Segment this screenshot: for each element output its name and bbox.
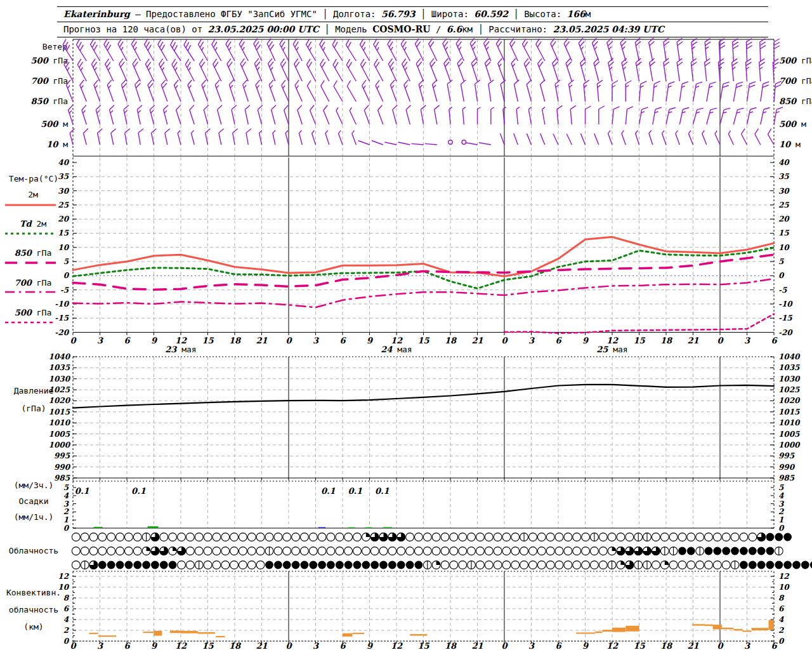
wind-barb-icon: [666, 81, 675, 102]
wind-barb-icon: [169, 39, 186, 61]
cloud-cover-icon: [81, 561, 89, 569]
conv-ytick-label-left: 2: [63, 626, 70, 635]
wind-barb-icon: [398, 142, 410, 145]
temp-ytick-label-right: 35: [778, 172, 789, 181]
precip-ytick-label-left: 4: [63, 491, 69, 500]
wind-barb-icon: [429, 58, 442, 81]
pressure-ytick-label-left: 1015: [49, 408, 70, 416]
cloud-cover-icon: [221, 561, 230, 569]
cloud-cover-icon: [520, 533, 528, 541]
wind-barb-icon: [475, 80, 483, 102]
temp-xtick-label: 6: [339, 336, 346, 345]
conv-xtick-label: 9: [367, 641, 374, 650]
cloud-cover-icon: [336, 547, 344, 555]
cloud-cover-icon: [415, 561, 423, 569]
wind-barb-icon: [653, 81, 660, 102]
wind-barb-icon: [270, 105, 280, 124]
conv-xtick-label: 21: [471, 641, 483, 650]
cloud-cover-icon: [766, 533, 775, 541]
temp-legend-label-1: Td 2м: [20, 219, 46, 229]
cloud-cover-icon: [274, 561, 282, 569]
precip-value-label: 0.1: [348, 486, 363, 496]
cloud-cover-icon: [247, 533, 256, 541]
cloud-cover-icon: [564, 547, 572, 555]
cloud-cover-icon: [459, 561, 467, 569]
wind-barb-icon: [549, 38, 563, 61]
cloud-cover-icon: [546, 533, 554, 541]
wind-barb-icon: [570, 105, 577, 124]
cloud-cover-icon: [783, 561, 792, 569]
wind-barb-icon: [420, 105, 429, 124]
wind-barb-icon: [500, 80, 510, 102]
wind-barb-icon: [400, 39, 415, 61]
cloud-cover-icon: [625, 561, 634, 569]
wind-barb-icon: [455, 38, 469, 61]
cloud-cover-icon: [301, 547, 309, 555]
cloud-cover-icon: [608, 533, 616, 541]
wind-barb-icon: [218, 129, 227, 145]
wind-barb-icon: [239, 58, 253, 81]
cloud-cover-icon: [230, 547, 239, 555]
cloud-cover-icon: [582, 547, 590, 555]
temp-xtick-label: 0: [717, 336, 724, 345]
wind-barb-icon: [162, 105, 173, 124]
cloud-cover-icon: [98, 561, 107, 569]
wind-barb-icon: [95, 105, 105, 124]
wind-barb-icon: [661, 131, 669, 145]
cloud-cover-icon: [441, 561, 449, 569]
pressure-ytick-label-right: 1025: [778, 385, 800, 394]
cloud-cover-icon: [213, 533, 221, 541]
cloud-cover-icon: [502, 547, 511, 555]
wind-barb-icon: [746, 39, 752, 61]
wind-barb-icon: [110, 129, 119, 145]
cloud-cover-icon: [740, 533, 748, 541]
wind-barb-icon: [495, 38, 509, 61]
cloud-cover-icon: [406, 547, 414, 555]
cloud-cover-icon: [705, 533, 713, 541]
temp-xtick-label: 12: [391, 336, 403, 345]
wind-barb-icon: [471, 58, 483, 81]
temp-xtick-label: 15: [633, 336, 645, 345]
cloud-cover-icon: [669, 533, 678, 541]
precip-bar: [148, 526, 159, 528]
cloud-cover-icon: [370, 533, 379, 541]
wind-barb-icon: [676, 38, 685, 61]
cloud-cover-icon: [450, 533, 458, 541]
wind-barb-icon: [149, 105, 159, 124]
cloud-cover-icon: [511, 533, 520, 541]
cloud-cover-icon: [529, 561, 537, 569]
cloud-cover-icon: [353, 547, 362, 555]
cloud-cover-icon: [301, 561, 309, 569]
cloud-cover-icon: [230, 561, 239, 569]
cloud-cover-icon: [423, 561, 431, 569]
conv-xtick-label: 18: [660, 641, 673, 650]
cloud-cover-icon: [151, 561, 159, 569]
wind-barb-icon: [534, 39, 549, 61]
calm-wind-icon: [462, 140, 466, 144]
cloud-cover-icon: [309, 547, 317, 555]
wind-barb-icon: [363, 105, 375, 124]
convective-cloud-bar: [733, 629, 742, 631]
wind-barb-icon: [191, 130, 198, 145]
cloud-cover-icon: [89, 533, 98, 541]
conv-xtick-label: 3: [313, 641, 319, 650]
convective-cloud-bar: [713, 625, 722, 629]
cloud-cover-icon: [116, 533, 124, 541]
wind-barb-icon: [182, 39, 199, 61]
cloud-cover-icon: [599, 547, 607, 555]
cloud-cover-icon: [555, 561, 563, 569]
temp-xtick-label: 21: [256, 336, 267, 345]
cloud-cover-icon: [502, 561, 511, 569]
temp-legend-label-0: 2м: [28, 190, 38, 199]
wind-barb-icon: [377, 105, 388, 124]
cloud-cover-icon: [362, 547, 370, 555]
cloud-cover-icon: [555, 547, 563, 555]
convective-cloud-bar: [692, 624, 705, 626]
wind-barb-icon: [666, 107, 676, 126]
cloud-cover-icon: [731, 547, 739, 555]
conv-xtick-label: 3: [528, 641, 535, 650]
cloud-cover-icon: [151, 547, 159, 555]
wind-barb-icon: [516, 107, 521, 124]
wind-barb-icon: [760, 39, 766, 61]
pressure-ytick-label-right: 1040: [778, 352, 801, 361]
